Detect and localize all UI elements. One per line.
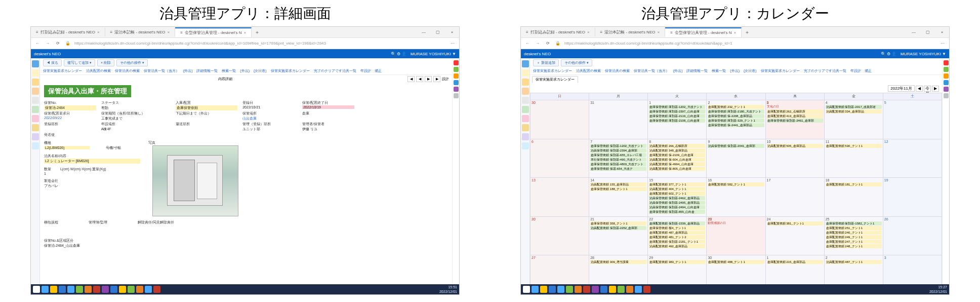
calendar-cell[interactable]: 22倉庫配置依頼 保別基-1539_倉庫部品倉庫保管依頼 桜4_テント1倉庫配置… — [648, 217, 707, 256]
calendar-cell[interactable]: 4治具配置依頼 保別基-2017_改装部署治具配置依頼 334_倉庫部品 — [825, 100, 883, 139]
calendar-cell[interactable]: 23勤労感謝の日 — [707, 217, 765, 256]
calendar-event[interactable]: 治具配置依頼 保別基-2252_倉庫部 — [590, 226, 646, 230]
calendar-event[interactable]: 倉庫配置依頼 249_テント1 — [826, 235, 882, 239]
calendar-event[interactable]: 治具配置依頼 348_倉庫部品 — [649, 148, 705, 153]
calendar-cell[interactable]: 7倉庫保管依頼 保別基-1202_大改テント治具保管依頼 保別基-2394_倉庫… — [589, 139, 648, 178]
nav-link[interactable]: 保管治具一覧（当月） — [144, 69, 179, 72]
close-icon[interactable]: × — [587, 30, 590, 34]
taskbar-icon[interactable] — [153, 286, 160, 293]
address-bar[interactable]: https://makinologisticsdn.dn-cloud.com/c… — [74, 41, 446, 46]
calendar-event[interactable]: 倉庫配置依頼 保-2109_山出倉庫 — [649, 153, 705, 157]
calendar-cell[interactable]: 17 — [766, 178, 825, 217]
taskbar-icon[interactable] — [42, 286, 49, 293]
copy-add-button[interactable]: 複写して追加 ▾ — [64, 59, 95, 66]
calendar-event[interactable]: 倉庫保管依頼 188_テント1 — [590, 187, 646, 191]
nav-link[interactable]: 詳細情報一覧 — [196, 69, 218, 72]
user-menu[interactable]: MURASE YOSHIYUKI ▼ — [901, 52, 946, 56]
nav-link[interactable]: 検索一覧 — [222, 69, 236, 72]
calendar-event[interactable]: 倉庫配置依頼 251_テント1 — [826, 226, 882, 230]
calendar-cell[interactable]: 13 — [530, 178, 589, 217]
nav-link[interactable]: 保管実施要求カレンダー — [533, 69, 572, 72]
calendar-event[interactable]: 倉庫配置依頼 247_テント1 — [826, 240, 882, 244]
rail-icon[interactable] — [944, 80, 949, 85]
calendar-event[interactable]: 倉庫保管依頼 保別基-1202_大改テント — [590, 144, 646, 148]
browser-tab-active[interactable]: ≡金型保管治具管理 - desknet's N× — [175, 27, 252, 37]
nav-link[interactable]: 補正 — [375, 69, 382, 72]
calendar-event[interactable]: 治具保管依頼 保別基-2394_倉庫部 — [590, 148, 646, 153]
nav-link[interactable]: 保管実施要求カレンダー — [43, 69, 82, 72]
rail-icon[interactable] — [944, 60, 949, 65]
taskbar-icon[interactable] — [136, 286, 143, 293]
calendar-event[interactable]: 倉庫保管依頼 358_テント1 — [590, 221, 646, 225]
calendar-cell[interactable]: 19 — [883, 178, 942, 217]
calendar-event[interactable]: 治具配置依頼 334_倉庫部品 — [826, 109, 882, 114]
taskbar-icon[interactable] — [119, 286, 126, 293]
calendar-event[interactable]: 治具配置依頼 保-504_山出倉庫 — [649, 158, 705, 162]
close-window-icon[interactable]: × — [935, 30, 949, 34]
calendar-event[interactable]: 倉庫保管依頼 庫別基-2180_大改テント — [708, 109, 764, 114]
sidebar-icon[interactable] — [32, 142, 39, 149]
nav-link[interactable]: (外出) — [240, 69, 250, 72]
close-icon[interactable]: × — [243, 30, 246, 35]
taskbar-icon[interactable] — [635, 286, 642, 293]
header-icons[interactable]: 🔍 ⚙ 👤 — [391, 52, 406, 56]
sidebar-icon[interactable] — [32, 106, 39, 113]
rail-icon[interactable] — [454, 93, 459, 98]
calendar-cell[interactable]: 10治具配置依頼 505_倉庫部品 — [766, 139, 825, 178]
calendar-event[interactable]: 倉庫配置依頼 582_テント1 — [708, 182, 764, 186]
pager-next[interactable]: ▶ — [425, 76, 432, 82]
taskbar-icon[interactable] — [128, 286, 135, 293]
taskbar-icon[interactable] — [549, 286, 556, 293]
rail-icon[interactable] — [454, 87, 459, 92]
browser-tab[interactable]: ≡打刻込み記録 - desknet's NEO× — [31, 28, 105, 36]
nav-link[interactable]: 詳細情報一覧 — [686, 69, 708, 72]
back-icon[interactable]: ← — [524, 40, 531, 47]
calendar-cell[interactable]: 26 — [883, 217, 942, 256]
taskbar-icon[interactable] — [575, 286, 582, 293]
forward-icon[interactable]: → — [534, 40, 541, 47]
calendar-event[interactable]: 倉庫配置依頼 481_テント2 — [649, 235, 705, 239]
calendar-event[interactable]: 倉庫保管依頼 保別基-1582_テント1 — [826, 221, 882, 225]
nav-link[interactable]: 年設計 — [360, 69, 371, 72]
calendar-event[interactable]: 倉庫配置依頼 487_倉庫部品 — [649, 231, 705, 235]
nav-link[interactable]: (外出) — [673, 69, 683, 72]
calendar-cell[interactable]: 12 — [883, 139, 942, 178]
taskbar-icon[interactable] — [102, 286, 109, 293]
calendar-cell[interactable]: 5 — [883, 100, 942, 139]
calendar-cell[interactable]: 16倉庫配置依頼 582_テント1 — [707, 178, 765, 217]
sidebar-icon[interactable] — [32, 97, 39, 104]
address-bar[interactable]: https://makinologisticsdn.dn-cloud.com/c… — [564, 41, 936, 46]
rail-icon[interactable] — [454, 73, 459, 79]
forward-icon[interactable]: → — [44, 40, 51, 47]
refresh-icon[interactable]: ⟳ — [54, 40, 61, 47]
tab-calendar[interactable]: 保管実施要求カレンダー — [532, 76, 578, 83]
calendar-event[interactable]: 治具配置依頼 487_テント1 — [826, 260, 882, 264]
calendar-cell[interactable]: 31 — [589, 100, 648, 139]
sidebar-icon[interactable] — [32, 60, 39, 67]
back-icon[interactable]: ← — [34, 40, 41, 47]
calendar-cell[interactable]: 1倉庫保管依頼 庫別基-1202_大改テント倉庫保管依頼 庫別基-2397_山出… — [648, 100, 707, 139]
nav-link[interactable]: 治具配置の検索 — [576, 69, 601, 72]
taskbar-icon[interactable] — [50, 286, 57, 293]
browser-tab[interactable]: ≡打刻込み記録 - desknet's NEO× — [521, 28, 595, 36]
calendar-event[interactable]: 倉庫配置依頼 488_テント1 — [708, 260, 764, 264]
today-button[interactable]: 今月 — [924, 86, 931, 92]
close-icon[interactable]: × — [167, 30, 170, 34]
calendar-event[interactable]: 倉庫保管依頼 庫別基-2108_山出倉庫 — [649, 119, 705, 123]
month-label[interactable]: 2022年11月 — [888, 85, 915, 92]
sidebar-icon[interactable] — [522, 124, 529, 131]
calendar-event[interactable]: 倉庫配置依頼 248_テント1 — [826, 244, 882, 248]
calendar-event[interactable]: 倉庫配置依頼 232_テント1 — [708, 105, 764, 109]
rail-icon[interactable] — [944, 93, 949, 98]
sidebar-icon[interactable] — [32, 69, 39, 77]
taskbar-icon[interactable] — [76, 286, 83, 293]
nav-link[interactable]: (外出) — [730, 69, 740, 72]
field-value-req-date[interactable]: 2022/09/22 — [44, 116, 96, 120]
sidebar-icon[interactable] — [32, 124, 39, 131]
calendar-cell[interactable]: 15倉庫配置依頼 377_テント1治具配置依頼 404_テント1倉庫配置依頼 6… — [648, 178, 707, 217]
pager-last[interactable]: ▶ — [433, 76, 440, 82]
pager-prev[interactable]: ◀ — [416, 76, 423, 82]
calendar-event[interactable]: 倉庫保管依頼 庫別基-329_テント1 — [708, 119, 764, 123]
taskbar-icon[interactable] — [85, 286, 92, 293]
calendar-cell[interactable]: 21倉庫保管依頼 358_テント1治具配置依頼 保別基-2252_倉庫部 — [589, 217, 648, 256]
